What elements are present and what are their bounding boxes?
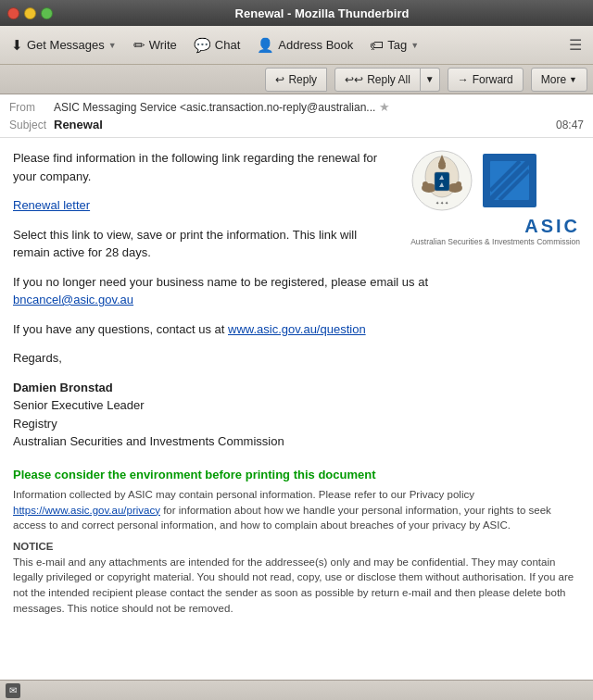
question-url-link[interactable]: www.asic.gov.au/question	[228, 322, 366, 336]
asic-name-label: ASIC	[410, 216, 580, 237]
svg-text:✦ ✦ ✦: ✦ ✦ ✦	[435, 200, 449, 206]
sender-dept: Registry	[13, 417, 57, 431]
asic-full-name-label: Australian Securities & Investments Comm…	[410, 237, 580, 246]
forward-button[interactable]: → Forward	[448, 68, 524, 92]
get-messages-button[interactable]: ⬇ Get Messages ▼	[4, 30, 124, 61]
reply-icon: ↩	[275, 73, 284, 86]
privacy-block: Information collected by ASIC may contai…	[13, 487, 580, 533]
sender-block: Damien Bronstad Senior Executive Leader …	[13, 379, 580, 451]
status-bar: ✉	[0, 680, 593, 700]
contacts-icon: 👤	[257, 37, 274, 54]
sender-name: Damien Bronstad	[13, 381, 113, 394]
cancel-email-link[interactable]: bncancel@asic.gov.au	[13, 293, 133, 306]
email-meta: From ASIC Messaging Service <asic.transa…	[0, 94, 593, 138]
regards-text: Regards,	[13, 349, 580, 368]
svg-point-3	[438, 162, 446, 169]
subject-value: Renewal	[54, 118, 103, 131]
toolbar: ⬇ Get Messages ▼ ✏ Write 💬 Chat 👤 Addres…	[0, 26, 593, 65]
reply-all-button[interactable]: ↩↩ Reply All	[334, 68, 421, 92]
notice-text: This e-mail and any attachments are inte…	[13, 556, 574, 614]
download-icon: ⬇	[11, 37, 23, 54]
email-body: ✦ ✦ ✦ ASIC Australian Securities & Inves…	[0, 138, 593, 694]
reply-group: ↩ Reply	[265, 68, 327, 92]
reply-all-icon: ↩↩	[345, 73, 363, 86]
asic-logo-header: ✦ ✦ ✦ ASIC Australian Securities & Inves…	[410, 149, 580, 246]
sender-org: Australian Securities and Investments Co…	[13, 434, 284, 448]
sender-title: Senior Executive Leader	[13, 398, 145, 412]
para3-text: If you no longer need your business name…	[13, 275, 428, 289]
write-button[interactable]: ✏ Write	[126, 30, 184, 61]
reply-all-group: ↩↩ Reply All ▼	[334, 68, 440, 92]
chat-button[interactable]: 💬 Chat	[186, 30, 247, 61]
privacy-url-link[interactable]: https://www.asic.gov.au/privacy	[13, 505, 160, 516]
reply-button[interactable]: ↩ Reply	[265, 68, 327, 92]
window-title: Renewal - Mozilla Thunderbird	[58, 6, 586, 20]
footer-block: Please consider the environment before p…	[13, 466, 580, 617]
dropdown-arrow-icon: ▼	[410, 41, 419, 50]
para3-group: If you no longer need your business name…	[13, 273, 580, 309]
asic-logo-container: ✦ ✦ ✦	[410, 149, 580, 212]
email-time: 08:47	[556, 119, 584, 131]
notice-block: NOTICE This e-mail and any attachments a…	[13, 539, 580, 616]
status-icon: ✉	[6, 683, 20, 698]
para4-group: If you have any questions, contact us at…	[13, 320, 580, 339]
forward-icon: →	[458, 73, 469, 86]
privacy-text: Information collected by ASIC may contai…	[13, 489, 474, 500]
action-bar: ↩ Reply ↩↩ Reply All ▼ → Forward More ▼	[0, 65, 593, 94]
env-notice: Please consider the environment before p…	[13, 466, 580, 484]
subject-row: Subject Renewal 08:47	[9, 116, 584, 133]
title-bar: Renewal - Mozilla Thunderbird	[0, 0, 593, 26]
star-icon[interactable]: ★	[379, 100, 390, 114]
minimize-button[interactable]	[24, 7, 36, 19]
from-row: From ASIC Messaging Service <asic.transa…	[9, 98, 584, 116]
from-address: ASIC Messaging Service <asic.transaction…	[54, 101, 375, 114]
tag-icon: 🏷	[370, 37, 384, 53]
notice-title: NOTICE	[13, 539, 580, 555]
svg-point-7	[456, 181, 461, 187]
window-controls[interactable]	[7, 7, 53, 19]
svg-point-5	[423, 181, 428, 187]
asic-diamond-icon	[481, 152, 538, 209]
more-button[interactable]: More ▼	[531, 68, 587, 92]
more-dropdown-icon: ▼	[569, 75, 577, 84]
asic-emblem-icon: ✦ ✦ ✦	[410, 149, 473, 212]
renewal-letter-link[interactable]: Renewal letter	[13, 198, 90, 212]
address-book-button[interactable]: 👤 Address Book	[249, 30, 360, 61]
pencil-icon: ✏	[133, 37, 145, 54]
reply-all-dropdown-button[interactable]: ▼	[421, 68, 440, 92]
tag-button[interactable]: 🏷 Tag ▼	[362, 30, 426, 61]
maximize-button[interactable]	[41, 7, 53, 19]
close-button[interactable]	[7, 7, 19, 19]
menu-button[interactable]: ☰	[561, 30, 589, 61]
para4-prefix: If you have any questions, contact us at	[13, 322, 224, 336]
chat-icon: 💬	[194, 37, 211, 54]
dropdown-arrow-icon: ▼	[108, 41, 117, 50]
